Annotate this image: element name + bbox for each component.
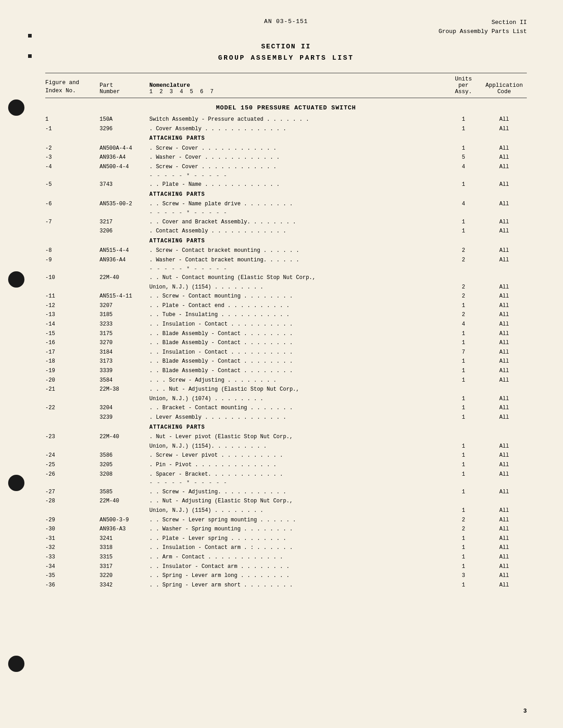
binding-hole-3 — [8, 475, 24, 491]
table-row: -253205. Pin - Pivot . . . . . . . . . .… — [45, 460, 527, 470]
table-row: -3AN936-A4. Washer - Cover . . . . . . .… — [45, 153, 527, 162]
part-nomenclature: . Spacer - Bracket. . . . . . . . . . . … — [149, 470, 445, 479]
part-nomenclature: Switch Assembly - Pressure actuated . . … — [149, 115, 445, 124]
attaching-parts-header: ATTACHING PARTS — [149, 133, 527, 144]
table-row: -133185. . Tube - Insulating . . . . . .… — [45, 310, 527, 320]
part-nomenclature: . Screw - Cover . . . . . . . . . . . . — [149, 163, 445, 171]
part-app-code: All — [482, 534, 527, 543]
parts-table: 1150ASwitch Assembly - Pressure actuated… — [45, 115, 527, 590]
table-row: -13296. Cover Assembly . . . . . . . . .… — [45, 124, 527, 134]
part-nomenclature: . Washer - Cover . . . . . . . . . . . . — [149, 153, 445, 162]
table-row: -53743. . Plate - Name . . . . . . . . .… — [45, 180, 527, 189]
part-nomenclature: . Screw - Lever pivot . . . . . . . . . … — [149, 451, 445, 460]
part-app-code: All — [482, 442, 527, 451]
part-fig-index: -25 — [45, 461, 100, 469]
part-units: 1 — [445, 451, 482, 460]
part-nomenclature: . . Insulation - Contact . . . . . . . .… — [149, 348, 445, 357]
part-nomenclature: . . Screw - Lever spring mounting . . . … — [149, 516, 445, 525]
part-nomenclature: . . . Screw - Adjusting . . . . . . . . — [149, 376, 445, 385]
part-units: 1 — [445, 544, 482, 552]
part-app-code: All — [482, 488, 527, 496]
corner-mark-2 — [28, 54, 32, 58]
part-app-code: All — [482, 572, 527, 580]
part-app-code: All — [482, 153, 527, 162]
part-number: 22M-40 — [100, 274, 149, 282]
part-number: 3585 — [100, 488, 149, 496]
part-units: 1 — [445, 227, 482, 236]
part-fig-index: -33 — [45, 553, 100, 562]
separator-dashes: - - - - - * - - - - - — [149, 172, 527, 180]
part-units: 1 — [445, 461, 482, 469]
table-row: -29AN500-3-9. . Screw - Lever spring mou… — [45, 515, 527, 525]
part-app-code: All — [482, 357, 527, 366]
part-units: 3 — [445, 572, 482, 580]
part-nomenclature: . . Cover and Bracket Assembly. . . . . … — [149, 218, 445, 227]
separator-dashes: - - - - - * - - - - - — [149, 209, 527, 217]
table-row: -153175. . Blade Assembly - Contact . . … — [45, 329, 527, 339]
part-units: 1 — [445, 442, 482, 451]
table-row: -9AN936-A4. Washer - Contact bracket mou… — [45, 255, 527, 265]
part-nomenclature: . . Screw - Contact mounting . . . . . .… — [149, 292, 445, 301]
part-units: 2 — [445, 516, 482, 525]
part-nomenclature: Union, N.J.) (1154). . . . . . . . . — [149, 442, 445, 451]
part-fig-index: -36 — [45, 581, 100, 590]
part-number: 3317 — [100, 563, 149, 571]
table-row: -353220. . Spring - Lever arm long . . .… — [45, 571, 527, 581]
part-fig-index: -12 — [45, 302, 100, 310]
part-fig-index: -4 — [45, 163, 100, 171]
part-number: 3217 — [100, 218, 149, 227]
col-units-line2: per — [445, 82, 482, 89]
part-nomenclature: . Screw - Cover . . . . . . . . . . . . — [149, 144, 445, 153]
col-nom-numbers: 1 2 3 4 5 6 7 — [149, 89, 445, 95]
part-number: 3241 — [100, 534, 149, 543]
table-row: -223204. . Bracket - Contact mounting . … — [45, 403, 527, 413]
binding-hole-1 — [8, 99, 24, 116]
part-number: 3342 — [100, 581, 149, 590]
part-number: 3296 — [100, 125, 149, 133]
part-nomenclature: . . Nut - Adjusting (Elastic Stop Nut Co… — [149, 497, 445, 506]
table-row: -163270. . Blade Assembly - Contact . . … — [45, 338, 527, 348]
table-row: -313241. . Plate - Lever spring . . . . … — [45, 534, 527, 544]
part-fig-index: -27 — [45, 488, 100, 496]
part-nomenclature: . Lever Assembly . . . . . . . . . . . .… — [149, 413, 445, 422]
separator-dashes: - - - - - * - - - - - — [149, 479, 527, 487]
part-fig-index: -13 — [45, 311, 100, 319]
corner-mark-1 — [28, 34, 32, 38]
table-row: -11AN515-4-11. . Screw - Contact mountin… — [45, 292, 527, 301]
col-app-line1: Application — [482, 82, 527, 89]
part-units: 4 — [445, 200, 482, 208]
part-app-code: All — [482, 470, 527, 479]
table-row: 3239. Lever Assembly . . . . . . . . . .… — [45, 413, 527, 422]
part-app-code: All — [482, 180, 527, 189]
table-row: -183173. . Blade Assembly - Contact . . … — [45, 357, 527, 366]
part-fig-index: -20 — [45, 376, 100, 385]
separator-dashes: - - - - - * - - - - - — [149, 265, 527, 274]
part-nomenclature: . . Screw - Adjusting. . . . . . . . . .… — [149, 488, 445, 496]
part-app-code: All — [482, 125, 527, 133]
section-reference: Section II Group Assembly Parts List — [439, 18, 527, 36]
table-row: Union, N.J.) (1154). . . . . . . . .1All — [45, 442, 527, 451]
part-number: 3584 — [100, 376, 149, 385]
table-row: -143233. . Insulation - Contact . . . . … — [45, 320, 527, 329]
part-number: AN936-A4 — [100, 153, 149, 162]
part-fig-index: -23 — [45, 433, 100, 441]
part-fig-index: -35 — [45, 572, 100, 580]
part-number: AN500-4-4 — [100, 163, 149, 171]
binding-hole-4 — [8, 656, 24, 672]
part-nomenclature: . Washer - Contact bracket mounting. . .… — [149, 256, 445, 265]
part-nomenclature: . Screw - Contact bracket mounting . . .… — [149, 246, 445, 255]
table-row: -363342. . Spring - Lever arm short . . … — [45, 581, 527, 590]
part-number: 3208 — [100, 470, 149, 479]
part-units: 1 — [445, 302, 482, 310]
table-row: -273585. . Screw - Adjusting. . . . . . … — [45, 487, 527, 497]
table-row: -4AN500-4-4. Screw - Cover . . . . . . .… — [45, 162, 527, 172]
part-fig-index: -30 — [45, 525, 100, 534]
part-app-code: All — [482, 461, 527, 469]
part-number: AN515-4-11 — [100, 292, 149, 301]
part-fig-index: -26 — [45, 470, 100, 479]
section-ref-line1: Section II — [439, 18, 527, 27]
part-number: 3173 — [100, 357, 149, 366]
column-headers: Figure and Index No. Part Number Nomencl… — [45, 73, 527, 98]
part-nomenclature: Union, N.J.) (1154) . . . . . . . . — [149, 506, 445, 515]
part-units: 1 — [445, 404, 482, 412]
